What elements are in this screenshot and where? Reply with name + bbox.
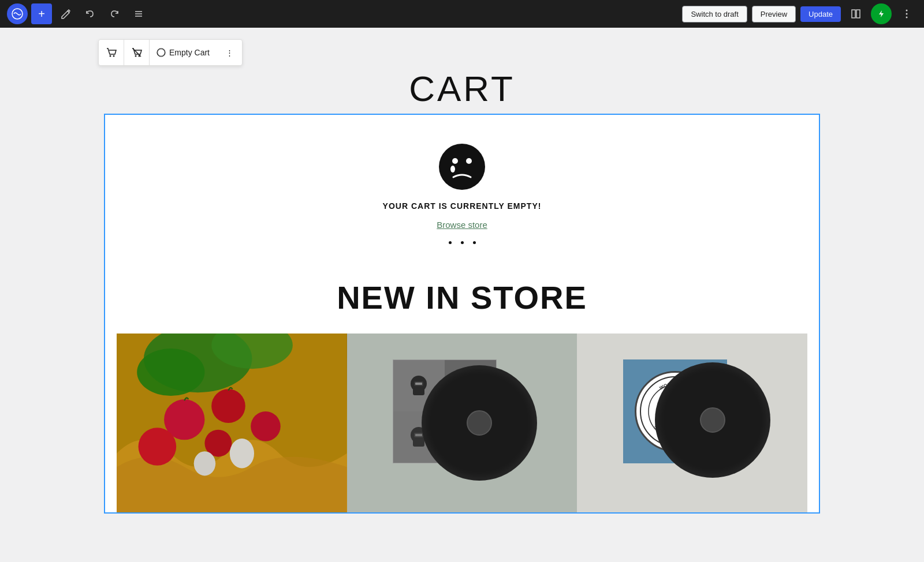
food-image: [117, 334, 347, 512]
svg-point-18: [450, 166, 455, 173]
redo-button[interactable]: [104, 3, 125, 24]
svg-point-14: [157, 48, 165, 57]
editor-area: Empty Cart ⋮ CART YOUR: [0, 28, 924, 562]
cart-block-icon-button[interactable]: [99, 40, 124, 65]
dots-separator: [449, 241, 476, 244]
svg-point-17: [466, 158, 472, 164]
product-item-woo[interactable]: WOOTHEMES QUALITY WORDPRESS TUNES: [577, 334, 807, 512]
svg-point-10: [113, 55, 114, 57]
edit-pen-button[interactable]: [55, 3, 76, 24]
svg-point-11: [135, 55, 136, 57]
switch-draft-button[interactable]: Switch to draft: [682, 6, 747, 23]
update-button[interactable]: Update: [800, 6, 841, 22]
cart-content-block: YOUR CART IS CURRENTLY EMPTY! Browse sto…: [104, 114, 820, 514]
block-more-options-button[interactable]: ⋮: [217, 40, 242, 65]
empty-cart-text: Empty Cart: [169, 48, 210, 57]
product-item-food[interactable]: [117, 334, 347, 512]
svg-rect-5: [856, 10, 860, 18]
cart-title: CART: [104, 68, 820, 109]
performance-button[interactable]: [871, 3, 892, 24]
svg-point-9: [109, 55, 111, 57]
preview-button[interactable]: Preview: [752, 6, 796, 23]
woo-vinyl-container: WOOTHEMES QUALITY WORDPRESS TUNES: [612, 342, 773, 504]
dot-3: [473, 241, 476, 244]
svg-point-15: [158, 49, 165, 56]
dot-2: [461, 241, 464, 244]
ninja-vinyl-disc: [422, 365, 537, 481]
new-in-store-title: NEW IN STORE: [117, 279, 807, 316]
editor-toolbar: + Switch to draft Preview Update: [0, 0, 924, 28]
list-view-button[interactable]: [128, 3, 149, 24]
empty-cart-section: YOUR CART IS CURRENTLY EMPTY! Browse sto…: [117, 132, 807, 267]
product-item-ninja[interactable]: [347, 334, 578, 512]
svg-rect-40: [413, 440, 424, 447]
more-options-button[interactable]: [896, 3, 917, 24]
svg-rect-32: [413, 388, 424, 395]
svg-line-13: [133, 48, 141, 57]
layout-toggle-button[interactable]: [845, 3, 866, 24]
svg-rect-30: [117, 334, 347, 512]
empty-cart-message: YOUR CART IS CURRENTLY EMPTY!: [383, 201, 542, 211]
add-block-button[interactable]: +: [31, 3, 52, 24]
empty-cart-icon-button[interactable]: [124, 40, 150, 65]
undo-button[interactable]: [80, 3, 100, 24]
wp-logo[interactable]: [7, 3, 28, 24]
dot-1: [449, 241, 452, 244]
cart-title-area: CART: [104, 68, 820, 109]
svg-rect-42: [415, 434, 422, 436]
product-grid: WOOTHEMES QUALITY WORDPRESS TUNES: [117, 334, 807, 512]
svg-point-7: [906, 13, 908, 15]
sad-face-icon: [439, 144, 485, 190]
svg-rect-34: [415, 383, 422, 385]
browse-store-link[interactable]: Browse store: [437, 220, 487, 230]
woo-vinyl-disc: [655, 362, 770, 478]
more-dots-icon: ⋮: [226, 48, 233, 57]
empty-cart-label-button[interactable]: Empty Cart: [150, 48, 217, 57]
svg-point-8: [906, 17, 908, 18]
block-toolbar: Empty Cart ⋮: [98, 39, 243, 66]
svg-point-16: [452, 158, 458, 164]
svg-point-6: [906, 10, 908, 12]
svg-rect-4: [852, 10, 855, 18]
ninja-vinyl-container: [381, 342, 543, 504]
